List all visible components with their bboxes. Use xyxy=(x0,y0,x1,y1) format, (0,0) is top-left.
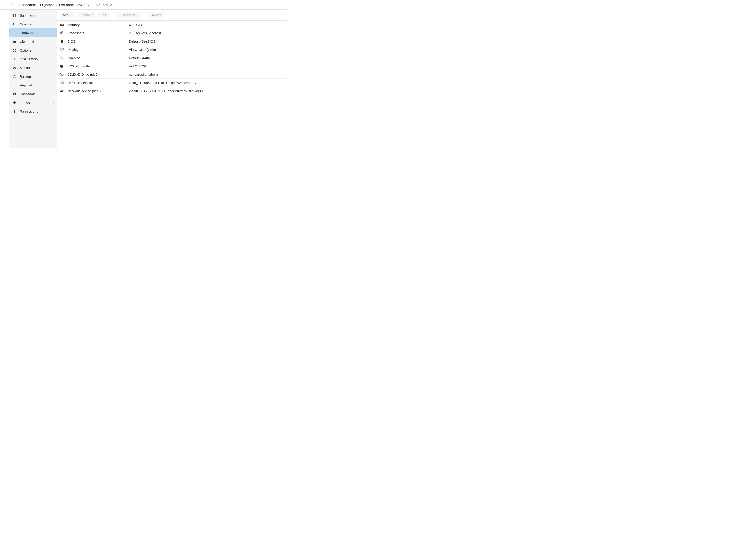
sidebar-item-backup[interactable]: Backup xyxy=(9,72,57,81)
cloud-icon xyxy=(12,40,17,44)
sidebar-item-label: Summary xyxy=(20,14,34,17)
hardware-label: CD/DVD Drive (ide2) xyxy=(68,73,126,76)
shield-icon xyxy=(12,101,17,105)
hardware-label: Network Device (net0) xyxy=(68,89,126,93)
display-icon xyxy=(59,48,64,52)
eye-icon xyxy=(12,66,17,70)
memory-icon xyxy=(59,23,64,27)
hardware-value: local_dir:100/vm-100-disk-1.qcow2,size=2… xyxy=(129,81,285,85)
sidebar-item-firewall[interactable]: Firewall xyxy=(9,98,57,107)
hardware-row[interactable]: Network Device (net0)virtio=16:B6:02:8A:… xyxy=(57,87,287,95)
exchange-icon xyxy=(12,84,17,87)
sidebar-item-snapshots[interactable]: Snapshots xyxy=(9,89,57,98)
hardware-value: VirtIO-GPU (virtio) xyxy=(129,48,285,52)
revert-button-label: Revert xyxy=(152,13,161,17)
hardware-row[interactable]: Memory4.00 GiB xyxy=(57,21,287,29)
hardware-label: BIOS xyxy=(68,39,126,43)
page-header: Virtual Machine 100 (lbmaster) on node '… xyxy=(0,0,287,9)
sidebar-item-label: Options xyxy=(20,48,31,52)
add-button-label: Add xyxy=(63,13,68,17)
disk-action-button-label: Disk Action xyxy=(120,13,135,17)
hardware-list: Memory4.00 GiBProcessors2 (1 sockets, 2 … xyxy=(57,21,287,95)
hardware-label: SCSI Controller xyxy=(68,64,126,68)
chevron-down-icon xyxy=(70,14,72,16)
list-icon xyxy=(12,57,17,61)
hardware-label: Hard Disk (scsi0) xyxy=(68,81,126,85)
lock-icon xyxy=(12,110,17,113)
sidebar-item-label: Firewall xyxy=(20,101,31,105)
hardware-row[interactable]: SCSI ControllerVirtIO SCSI xyxy=(57,62,287,70)
add-button[interactable]: Add xyxy=(60,12,75,18)
sidebar-item-label: Cloud-Init xyxy=(20,39,34,44)
monitor-icon xyxy=(12,31,17,35)
sidebar: SummaryConsoleHardwareCloud-InitOptionsT… xyxy=(9,10,57,148)
sidebar-item-permissions[interactable]: Permissions xyxy=(9,107,57,116)
sidebar-item-label: Console xyxy=(20,22,32,26)
hardware-row[interactable]: Hard Disk (scsi0)local_dir:100/vm-100-di… xyxy=(57,79,287,87)
sidebar-item-summary[interactable]: Summary xyxy=(9,11,57,20)
toolbar: Add Remove Edit Disk Action Revert xyxy=(57,10,287,21)
hardware-value: 4.00 GiB xyxy=(129,23,285,27)
sidebar-item-hardware[interactable]: Hardware xyxy=(9,28,57,37)
hardware-label: Processors xyxy=(68,31,126,35)
sidebar-item-label: Task History xyxy=(20,57,38,61)
page-title: Virtual Machine 100 (lbmaster) on node '… xyxy=(11,3,90,7)
remove-button[interactable]: Remove xyxy=(78,12,95,18)
hardware-value: 2 (1 sockets, 2 cores) xyxy=(129,31,285,35)
hardware-value: Default (i440fx) xyxy=(129,56,285,60)
edit-button[interactable]: Edit xyxy=(98,12,109,18)
disk-action-button[interactable]: Disk Action xyxy=(117,12,141,18)
history-icon xyxy=(12,92,17,96)
pencil-icon xyxy=(109,4,112,7)
hardware-row[interactable]: DisplayVirtIO-GPU (virtio) xyxy=(57,46,287,54)
tags-edit[interactable]: No Tags xyxy=(96,3,112,7)
terminal-icon xyxy=(12,22,17,26)
hardware-label: Memory xyxy=(68,23,126,27)
main-panel: Add Remove Edit Disk Action Revert xyxy=(57,10,287,148)
remove-button-label: Remove xyxy=(80,13,92,17)
disc-icon xyxy=(59,72,64,76)
bios-icon xyxy=(59,39,64,43)
hardware-value: VirtIO SCSI xyxy=(129,64,285,68)
gear-icon xyxy=(12,49,17,52)
swap-icon xyxy=(59,89,64,93)
hardware-value: virtio=16:B6:02:8A:7B:6D,bridge=vmbr0,fi… xyxy=(129,89,285,93)
hdd-icon xyxy=(59,81,64,85)
cpu-icon xyxy=(59,31,64,35)
revert-button[interactable]: Revert xyxy=(149,12,164,18)
hardware-row[interactable]: Processors2 (1 sockets, 2 cores) xyxy=(57,29,287,37)
save-icon xyxy=(12,75,17,78)
hardware-value: Default (SeaBIOS) xyxy=(129,39,285,43)
sidebar-item-console[interactable]: Console xyxy=(9,20,57,28)
sidebar-item-label: Monitor xyxy=(20,66,31,70)
hardware-row[interactable]: MachineDefault (i440fx) xyxy=(57,54,287,62)
hardware-label: Display xyxy=(68,48,126,52)
sidebar-item-replication[interactable]: Replication xyxy=(9,81,57,89)
sidebar-item-task-history[interactable]: Task History xyxy=(9,55,57,63)
sidebar-item-label: Snapshots xyxy=(20,92,35,96)
chevron-right-icon xyxy=(52,101,55,105)
cogs-icon xyxy=(59,56,64,60)
hardware-row[interactable]: CD/DVD Drive (ide2)none,media=cdrom xyxy=(57,70,287,79)
book-icon xyxy=(12,14,17,17)
stack-icon xyxy=(59,64,64,68)
hardware-value: none,media=cdrom xyxy=(129,73,285,76)
sidebar-item-label: Permissions xyxy=(20,110,38,113)
chevron-down-icon xyxy=(136,14,138,16)
sidebar-item-label: Backup xyxy=(20,75,31,78)
sidebar-item-label: Hardware xyxy=(20,31,34,35)
sidebar-item-monitor[interactable]: Monitor xyxy=(9,63,57,72)
sidebar-item-options[interactable]: Options xyxy=(9,46,57,55)
edit-button-label: Edit xyxy=(101,13,106,17)
sidebar-item-label: Replication xyxy=(20,83,36,87)
hardware-label: Machine xyxy=(68,56,126,60)
sidebar-item-cloud-init[interactable]: Cloud-Init xyxy=(9,37,57,46)
hardware-row[interactable]: BIOSDefault (SeaBIOS) xyxy=(57,37,287,46)
no-tags-label: No Tags xyxy=(96,3,108,7)
